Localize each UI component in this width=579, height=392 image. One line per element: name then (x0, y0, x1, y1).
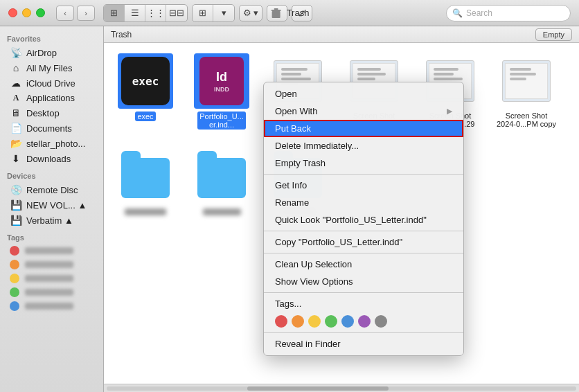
icon-view-button[interactable]: ⊞ (104, 5, 125, 21)
main-content: Favorites 📡 AirDrop ⌂ All My Files ☁ iCl… (0, 26, 579, 392)
forward-button[interactable]: › (77, 6, 95, 21)
sidebar-item-all-my-files[interactable]: ⌂ All My Files (3, 60, 100, 75)
sidebar-item-applications[interactable]: A Applications (3, 91, 100, 105)
ctx-tag-blue[interactable] (341, 315, 354, 328)
sidebar-tag-green[interactable] (3, 285, 100, 299)
ctx-separator-2 (264, 231, 463, 231)
ctx-tag-green[interactable] (325, 315, 337, 328)
screenshot4-thumb (502, 60, 551, 102)
trash-icon (270, 7, 283, 19)
svg-rect-0 (272, 11, 280, 18)
sidebar-item-airdrop[interactable]: 📡 AirDrop (3, 45, 100, 60)
svg-rect-2 (274, 8, 278, 10)
file-item-indd[interactable]: Id INDD Portfolio_U...er.ind... (190, 53, 253, 136)
title-bar: ‹ › ⊞ ☰ ⋮⋮ ⊟⊟ ⊞ ▾ ⚙ ▾ ↑ ⤢ Trash 🔍 Search (0, 0, 579, 26)
ctx-empty-trash[interactable]: Empty Trash (264, 154, 463, 172)
window-title: Trash (270, 7, 310, 19)
file-label-folder1 (125, 208, 166, 217)
arrange-dropdown[interactable]: ▾ (213, 5, 234, 21)
tag-label-orange (25, 261, 73, 268)
column-view-button[interactable]: ⋮⋮ (145, 5, 166, 21)
sidebar-tag-yellow[interactable] (3, 271, 100, 285)
sidebar-item-stellar-photo[interactable]: 📂 stellar_photo... (3, 136, 100, 151)
ctx-get-info[interactable]: Get Info (264, 177, 463, 194)
folder1-icon (121, 158, 170, 198)
title-text: Trash (287, 8, 310, 18)
scrollbar-track (107, 386, 576, 391)
ctx-open-with-label: Open With (275, 106, 317, 116)
folder2-icon-wrap (194, 150, 249, 206)
sidebar-item-downloads[interactable]: ⬇ Downloads (3, 151, 100, 166)
sidebar-item-documents[interactable]: 📄 Documents (3, 121, 100, 136)
file-item-screenshot4[interactable]: Screen Shot2024-0...PM copy (495, 53, 558, 136)
close-button[interactable] (8, 8, 17, 17)
remote-disc-icon: 💿 (10, 184, 22, 195)
ctx-reveal-in-finder[interactable]: Reveal in Finder (264, 335, 463, 353)
empty-button[interactable]: Empty (535, 28, 572, 41)
sidebar-item-remote-disc[interactable]: 💿 Remote Disc (3, 182, 100, 197)
sidebar-item-label: AirDrop (26, 48, 57, 58)
minimize-button[interactable] (22, 8, 31, 17)
sidebar-tag-blue[interactable] (3, 299, 100, 313)
sidebar-item-label: Verbatim ▲ (26, 215, 73, 226)
folder1-icon-wrap (118, 150, 173, 206)
sidebar-item-verbatim[interactable]: 💾 Verbatim ▲ (3, 213, 100, 228)
ctx-get-info-label: Get Info (275, 180, 307, 190)
ctx-tag-yellow[interactable] (308, 315, 321, 328)
sidebar-item-label: NEW VOL... ▲ (26, 200, 87, 211)
search-box[interactable]: 🔍 Search (446, 5, 571, 21)
all-my-files-icon: ⌂ (10, 62, 22, 73)
ctx-rename-label: Rename (275, 197, 309, 208)
ctx-separator-5 (264, 332, 463, 333)
nav-buttons: ‹ › (56, 6, 95, 21)
ctx-open[interactable]: Open (264, 85, 463, 103)
ctx-tag-purple[interactable] (358, 315, 371, 328)
ctx-reveal-in-finder-label: Reveal in Finder (275, 339, 341, 349)
ctx-tag-red[interactable] (275, 315, 287, 328)
tag-dot-yellow (10, 274, 19, 283)
back-button[interactable]: ‹ (56, 6, 74, 21)
list-view-button[interactable]: ☰ (125, 5, 145, 21)
scrollbar-area[interactable] (104, 384, 579, 392)
ctx-separator-1 (264, 174, 463, 175)
sidebar-item-label: Applications (26, 93, 75, 103)
ctx-quick-look[interactable]: Quick Look "Portfolio_US_Letter.indd" (264, 211, 463, 229)
sidebar-tag-red[interactable] (3, 244, 100, 258)
file-item-folder2[interactable] (190, 150, 253, 217)
tag-label-red (25, 247, 73, 254)
ctx-delete-immediately[interactable]: Delete Immediately... (264, 137, 463, 154)
file-label-indd: Portfolio_U...er.ind... (197, 112, 246, 130)
sidebar-item-icloud-drive[interactable]: ☁ iCloud Drive (3, 75, 100, 91)
ctx-tag-orange[interactable] (292, 315, 304, 328)
sidebar-tag-orange[interactable] (3, 258, 100, 271)
file-area: Trash Empty exec exec Id INDD Portfolio (104, 26, 579, 392)
sidebar-item-label: stellar_photo... (26, 139, 85, 149)
devices-label: Devices (0, 166, 103, 182)
exec-icon-wrap: exec (118, 53, 173, 109)
search-placeholder: Search (466, 8, 492, 18)
scrollbar-thumb (247, 386, 388, 391)
sidebar-item-new-vol[interactable]: 💾 NEW VOL... ▲ (3, 197, 100, 213)
downloads-icon: ⬇ (10, 153, 22, 164)
ctx-copy[interactable]: Copy "Portfolio_US_Letter.indd" (264, 233, 463, 251)
action-button[interactable]: ⚙ ▾ (239, 5, 262, 21)
file-item-exec[interactable]: exec exec (114, 53, 177, 136)
ctx-tag-gray[interactable] (375, 315, 387, 328)
ctx-tags[interactable]: Tags... (264, 295, 463, 312)
sidebar-item-desktop[interactable]: 🖥 Desktop (3, 105, 100, 121)
verbatim-icon: 💾 (10, 215, 22, 226)
sidebar-item-label: All My Files (26, 63, 72, 73)
ctx-rename[interactable]: Rename (264, 194, 463, 211)
context-menu: Open Open With ▶ Put Back Delete Immedia… (263, 82, 464, 356)
file-item-folder1[interactable] (114, 150, 177, 217)
coverflow-view-button[interactable]: ⊟⊟ (166, 5, 187, 21)
ctx-put-back[interactable]: Put Back (264, 120, 463, 137)
tag-label-green (25, 289, 73, 296)
ctx-separator-4 (264, 292, 463, 293)
arrange-button[interactable]: ⊞ (193, 5, 213, 21)
ctx-open-with[interactable]: Open With ▶ (264, 103, 463, 120)
ctx-show-view-options[interactable]: Show View Options (264, 273, 463, 290)
ctx-empty-trash-label: Empty Trash (275, 158, 326, 168)
ctx-clean-up[interactable]: Clean Up Selection (264, 256, 463, 273)
maximize-button[interactable] (36, 8, 45, 17)
